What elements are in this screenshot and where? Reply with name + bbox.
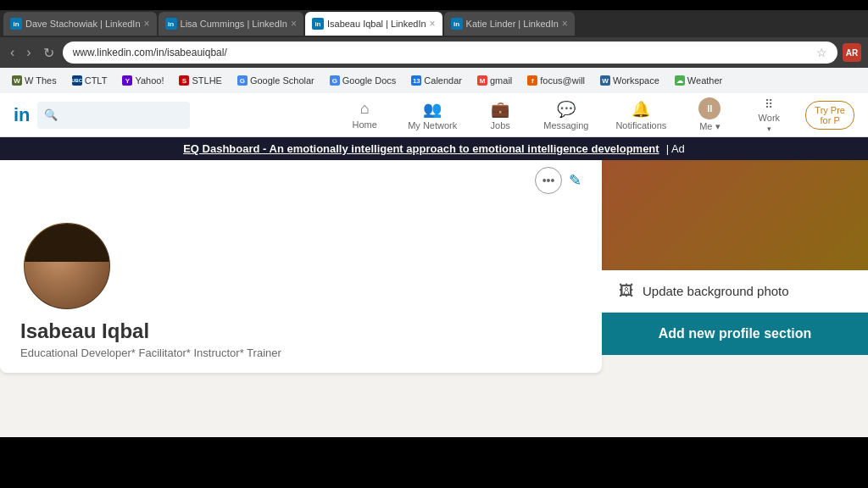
bookmark-icon-focuswill: f bbox=[527, 75, 537, 86]
profile-name: Isabeau Iqbal bbox=[20, 319, 581, 343]
tab-favicon-lisa: in bbox=[165, 18, 177, 30]
network-icon: 👥 bbox=[423, 100, 442, 119]
home-icon: ⌂ bbox=[360, 100, 370, 118]
update-background-button[interactable]: 🖼 Update background photo bbox=[602, 270, 868, 313]
right-panel: 🖼 Update background photo Add new profil… bbox=[602, 160, 868, 355]
address-text: www.linkedin.com/in/isabeauiqbal/ bbox=[73, 47, 810, 58]
bookmark-docs[interactable]: G Google Docs bbox=[325, 74, 402, 87]
tab-close-isabeau[interactable]: × bbox=[430, 18, 436, 30]
tab-label-katie: Katie Linder | LinkedIn bbox=[466, 19, 559, 29]
search-icon: 🔍 bbox=[44, 108, 58, 121]
bookmark-ctlt[interactable]: UBC CTLT bbox=[67, 74, 113, 87]
bookmark-label-calendar: Calendar bbox=[424, 75, 462, 86]
nav-label-me: Me ▾ bbox=[699, 121, 720, 132]
bookmark-workspace[interactable]: W Workspace bbox=[595, 74, 665, 87]
ad-suffix: | Ad bbox=[666, 142, 685, 155]
nav-label-jobs: Jobs bbox=[491, 120, 510, 130]
image-icon: 🖼 bbox=[619, 282, 634, 300]
bookmark-icon-calendar: 13 bbox=[411, 75, 421, 86]
face-hair bbox=[25, 224, 109, 262]
bookmark-yahoo[interactable]: Y Yahoo! bbox=[117, 74, 169, 87]
bookmark-label-ctlt: CTLT bbox=[85, 75, 108, 86]
bookmark-icon-yahoo: Y bbox=[122, 75, 132, 86]
tab-label-dave: Dave Stachowiak | LinkedIn bbox=[25, 19, 141, 29]
bookmark-label-yahoo: Yahoo! bbox=[135, 75, 164, 86]
bookmark-label-wthes: W Thes bbox=[25, 75, 57, 86]
nav-item-notifications[interactable]: 🔔 Notifications bbox=[602, 97, 680, 134]
bookmark-gmail[interactable]: M gmail bbox=[472, 74, 517, 87]
bookmark-label-workspace: Workspace bbox=[613, 75, 659, 86]
bookmark-calendar[interactable]: 13 Calendar bbox=[406, 74, 467, 87]
refresh-button[interactable]: ↻ bbox=[40, 43, 58, 63]
ad-banner: EQ Dashboard - An emotionally intelligen… bbox=[0, 137, 868, 160]
nav-label-messaging: Messaging bbox=[543, 120, 588, 130]
tab-close-dave[interactable]: × bbox=[144, 18, 150, 30]
tab-favicon-dave: in bbox=[10, 18, 22, 30]
bookmark-icon-wthes: W bbox=[12, 75, 22, 86]
nav-label-network: My Network bbox=[408, 120, 457, 130]
address-bar-row: ‹ › ↻ www.linkedin.com/in/isabeauiqbal/ … bbox=[0, 37, 868, 68]
bookmark-icon-docs: G bbox=[330, 75, 340, 86]
tab-close-katie[interactable]: × bbox=[562, 18, 568, 30]
bookmark-focuswill[interactable]: f focus@will bbox=[522, 74, 590, 87]
add-profile-section-label: Add new profile section bbox=[659, 326, 811, 341]
jobs-icon: 💼 bbox=[491, 100, 509, 119]
bookmark-scholar[interactable]: G Google Scholar bbox=[232, 74, 320, 87]
tab-label-isabeau: Isabeau Iqbal | LinkedIn bbox=[327, 19, 426, 29]
tab-dave[interactable]: in Dave Stachowiak | LinkedIn × bbox=[3, 12, 157, 36]
profile-avatar-wrap bbox=[20, 219, 114, 313]
tab-lisa[interactable]: in Lisa Cummings | LinkedIn × bbox=[159, 12, 303, 36]
nav-item-home[interactable]: ⌂ Home bbox=[335, 97, 394, 133]
extension-icon[interactable]: AR bbox=[843, 43, 861, 62]
profile-actions: ••• ✎ bbox=[535, 167, 581, 194]
work-chevron-icon: ▾ bbox=[767, 125, 771, 133]
profile-card: ••• ✎ Isabeau Iqbal Educational Develope… bbox=[0, 160, 602, 373]
nav-item-messaging[interactable]: 💬 Messaging bbox=[530, 97, 602, 134]
profile-avatar bbox=[20, 219, 114, 313]
add-profile-section-button[interactable]: Add new profile section bbox=[602, 313, 868, 355]
nav-label-home: Home bbox=[352, 119, 376, 130]
black-bar-bottom bbox=[0, 437, 868, 488]
tab-isabeau[interactable]: in Isabeau Iqbal | LinkedIn × bbox=[305, 12, 442, 36]
nav-label-notifications: Notifications bbox=[615, 120, 666, 130]
ad-link[interactable]: EQ Dashboard - An emotionally intelligen… bbox=[183, 142, 659, 155]
forward-button[interactable]: › bbox=[23, 43, 34, 62]
face-circle bbox=[25, 224, 109, 308]
avatar: II bbox=[698, 97, 721, 119]
linkedin-logo: in bbox=[14, 104, 31, 126]
bookmark-wthes[interactable]: W W Thes bbox=[7, 74, 62, 87]
bookmark-icon-workspace: W bbox=[600, 75, 610, 86]
linkedin-nav: in 🔍 ⌂ Home 👥 My Network 💼 Jobs 💬 Messag… bbox=[0, 93, 868, 137]
messaging-icon: 💬 bbox=[557, 100, 576, 119]
nav-item-network[interactable]: 👥 My Network bbox=[394, 97, 470, 134]
tabs-bar: in Dave Stachowiak | LinkedIn × in Lisa … bbox=[0, 10, 868, 37]
bookmark-weather[interactable]: ☁ Weather bbox=[670, 74, 727, 87]
bookmark-label-scholar: Google Scholar bbox=[250, 75, 314, 86]
nav-item-jobs[interactable]: 💼 Jobs bbox=[470, 97, 530, 134]
bookmark-label-gmail: gmail bbox=[490, 75, 512, 86]
bookmark-icon-scholar: G bbox=[237, 75, 248, 86]
edit-profile-button[interactable]: ✎ bbox=[569, 171, 581, 190]
update-background-label: Update background photo bbox=[643, 284, 789, 298]
nav-label-work: Work bbox=[759, 113, 780, 123]
linkedin-nav-items: ⌂ Home 👥 My Network 💼 Jobs 💬 Messaging 🔔… bbox=[335, 94, 854, 136]
bookmark-stlhe[interactable]: S STLHE bbox=[174, 74, 226, 87]
tab-label-lisa: Lisa Cummings | LinkedIn bbox=[181, 19, 287, 29]
linkedin-search[interactable]: 🔍 bbox=[37, 102, 190, 129]
work-grid-icon: ⠿ bbox=[765, 97, 773, 111]
black-bar-top bbox=[0, 0, 868, 10]
notifications-icon: 🔔 bbox=[632, 100, 650, 119]
back-button[interactable]: ‹ bbox=[7, 43, 18, 62]
profile-area: ••• ✎ Isabeau Iqbal Educational Develope… bbox=[0, 160, 868, 433]
nav-item-work[interactable]: ⠿ Work ▾ bbox=[739, 94, 798, 136]
bookmark-star-icon[interactable]: ☆ bbox=[816, 46, 827, 59]
address-bar[interactable]: www.linkedin.com/in/isabeauiqbal/ ☆ bbox=[63, 42, 837, 64]
bookmark-label-docs: Google Docs bbox=[342, 75, 397, 86]
try-premium-button[interactable]: Try Prefor P bbox=[805, 101, 854, 130]
tab-close-lisa[interactable]: × bbox=[291, 18, 297, 30]
more-options-button[interactable]: ••• bbox=[535, 167, 562, 194]
bookmark-label-weather: Weather bbox=[687, 75, 722, 86]
tab-katie[interactable]: in Katie Linder | LinkedIn × bbox=[444, 12, 575, 36]
nav-item-me[interactable]: II Me ▾ bbox=[680, 94, 739, 136]
linkedin-page: in 🔍 ⌂ Home 👥 My Network 💼 Jobs 💬 Messag… bbox=[0, 93, 868, 437]
